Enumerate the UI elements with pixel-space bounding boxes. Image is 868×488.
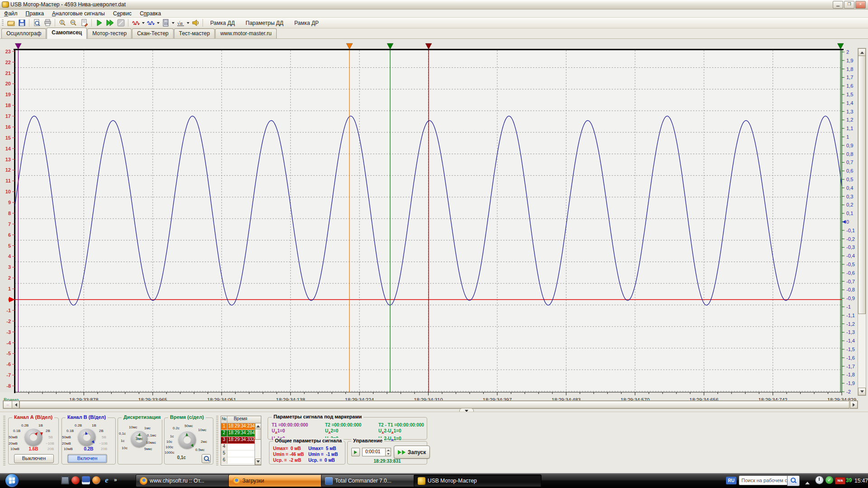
frame-dd-button[interactable]: Рамка ДД	[205, 19, 240, 27]
group-a-option[interactable]: 5В	[48, 435, 53, 439]
group-b-option[interactable]: 0.2В	[75, 423, 82, 427]
group-a-option[interactable]: 20мВ	[9, 441, 18, 446]
play-button[interactable]	[94, 18, 104, 28]
vertical-scroll-thumb[interactable]	[858, 56, 866, 314]
print-preview-button[interactable]	[31, 18, 42, 28]
zoom-horizontal-button[interactable]	[68, 18, 79, 28]
group-a-option[interactable]: 1В	[38, 423, 43, 427]
scroll-left-button[interactable]	[12, 401, 19, 408]
search-button[interactable]	[787, 475, 800, 486]
language-indicator[interactable]: RU	[726, 477, 736, 484]
group-time-option[interactable]: 100с	[165, 445, 173, 449]
group-time-option[interactable]: 10с	[166, 440, 172, 444]
signal-a-icon-button[interactable]	[130, 18, 141, 28]
group-disc-option[interactable]: 5мкс	[144, 447, 152, 451]
group-disc-option[interactable]: 0,1мс	[147, 433, 156, 437]
group-disc-option[interactable]: 1с	[121, 439, 124, 443]
tab-www.motor-master.ru[interactable]: www.motor-master.ru	[215, 28, 276, 38]
group-b-option[interactable]: 0.1В	[66, 429, 74, 433]
timer-spinbox[interactable]: 0:00:01	[362, 448, 391, 456]
group-b-option[interactable]: 20мВ	[62, 441, 71, 446]
horizontal-scroll-thumb[interactable]	[19, 401, 849, 408]
panel-grip[interactable]	[216, 416, 218, 466]
scroll-up-button[interactable]	[858, 48, 866, 56]
group-time-option[interactable]: 0.2с	[173, 426, 179, 430]
minimize-button[interactable]: ▁	[833, 1, 843, 9]
save-button[interactable]	[16, 18, 27, 28]
group-time-option[interactable]: 2мс	[201, 440, 207, 444]
math-button[interactable]: √α	[175, 18, 186, 28]
group-time-option[interactable]: 10мс	[198, 428, 206, 432]
report-button[interactable]	[79, 18, 90, 28]
group-a-option[interactable]: 0.1В	[13, 429, 20, 433]
tray-antivirus-icon[interactable]: ✓	[826, 476, 833, 484]
quicklaunch-save-icon[interactable]	[82, 476, 90, 484]
horizontal-scrollbar[interactable]: ..	[3, 400, 858, 409]
start-button[interactable]: Запуск	[394, 446, 430, 459]
group-b-option[interactable]: 50мВ	[62, 435, 71, 439]
play-fast-button[interactable]	[104, 18, 115, 28]
menu-2[interactable]: Правка	[22, 10, 48, 17]
group-a-option[interactable]: 50мВ	[9, 435, 18, 439]
markers-table-scrollbar[interactable]	[255, 423, 261, 465]
title-bar[interactable]: USB Мотор-Мастер - 4593 Нива-шевролет.da…	[0, 0, 868, 9]
group-time-option[interactable]: 0.5мс	[195, 448, 205, 452]
desktop-search-input[interactable]: Поиск на рабочем с	[739, 475, 790, 485]
sound-button[interactable]	[190, 18, 201, 28]
scroll-options-button[interactable]: ..	[3, 401, 12, 408]
start-button[interactable]	[5, 474, 19, 487]
spin-up-button[interactable]	[386, 448, 391, 452]
tab-тест-мастер[interactable]: Тест-мастер	[174, 28, 215, 38]
taskbar-clock[interactable]: 15:47	[854, 478, 868, 484]
scroll-up-button[interactable]	[255, 423, 261, 429]
close-button[interactable]: ×	[855, 1, 866, 9]
signal-b-dropdown[interactable]	[156, 18, 160, 28]
scroll-right-button[interactable]	[850, 401, 858, 408]
calculator-button[interactable]	[160, 18, 171, 28]
group-disc-option[interactable]: 10мс	[129, 425, 137, 429]
quicklaunch-overflow-chevron[interactable]: »	[114, 477, 117, 483]
panel-grip[interactable]	[3, 416, 5, 466]
menu-4[interactable]: Сервис	[109, 10, 136, 17]
group-b-option[interactable]: 5В	[102, 435, 106, 439]
zoom-vertical-button[interactable]	[57, 18, 68, 28]
group-time-option[interactable]: 1000с	[165, 450, 175, 455]
scroll-thumb[interactable]	[255, 429, 261, 440]
tray-clock-icon[interactable]	[816, 476, 823, 484]
tray-chevron-icon[interactable]	[805, 479, 810, 484]
group-a-toggle-button[interactable]: Выключен	[14, 454, 54, 463]
calculator-dropdown[interactable]	[171, 18, 175, 28]
print-button[interactable]	[42, 18, 53, 28]
maximize-button[interactable]: ❐	[844, 1, 854, 9]
signal-b-icon-button[interactable]	[145, 18, 156, 28]
menu-1[interactable]: Файл	[0, 10, 22, 17]
taskbar-task-1[interactable]: www.chipsoft.ru :: От...	[136, 474, 232, 487]
group-disc-option[interactable]: 0,1с	[119, 432, 126, 436]
quicklaunch-media-icon[interactable]	[61, 476, 69, 484]
scroll-down-button[interactable]	[858, 388, 866, 395]
tab-осциллограф[interactable]: Осциллограф	[1, 28, 46, 38]
group-a-option[interactable]: 2В	[46, 429, 50, 433]
frame-dr-button[interactable]: Рамка ДР	[289, 19, 324, 27]
tray-na-icon[interactable]: N/A	[835, 477, 845, 484]
tab-скан-тестер[interactable]: Скан-Тестер	[132, 28, 174, 38]
timer-play-button[interactable]	[351, 448, 360, 456]
spin-down-button[interactable]	[386, 452, 391, 456]
quicklaunch-player-icon[interactable]	[92, 476, 100, 484]
math-dropdown[interactable]	[186, 18, 190, 28]
record-disabled-button[interactable]	[115, 18, 126, 28]
group-b-option[interactable]: 1В	[92, 423, 96, 427]
group-time-zoom-button[interactable]	[202, 454, 211, 463]
group-a-option[interactable]: 0.2В	[21, 423, 28, 427]
group-disc-option[interactable]: 10с	[122, 446, 127, 450]
taskbar-task-4[interactable]: USB Мотор-Мастер	[414, 474, 542, 487]
quicklaunch-app-icon[interactable]	[71, 476, 80, 484]
vertical-scrollbar[interactable]	[858, 48, 866, 396]
scroll-down-button[interactable]	[255, 459, 261, 465]
taskbar-task-2[interactable]: Загрузки	[228, 474, 325, 487]
menu-5[interactable]: Справка	[136, 10, 165, 17]
group-b-option[interactable]: ~10В	[99, 441, 108, 446]
group-b-option[interactable]: 2В	[99, 429, 104, 433]
group-disc-option[interactable]: 1мс	[144, 426, 151, 430]
taskbar-task-3[interactable]: Total Commander 7.0...	[321, 474, 417, 487]
